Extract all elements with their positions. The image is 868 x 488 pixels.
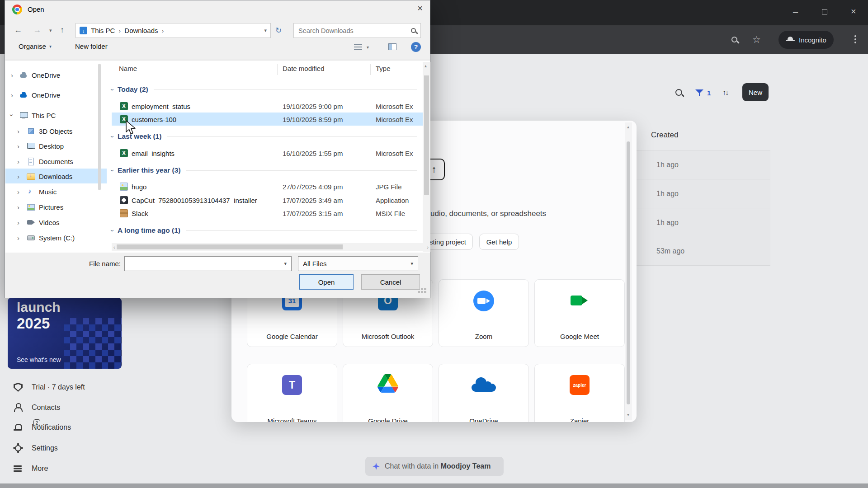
search-input[interactable] xyxy=(298,27,411,34)
view-dropdown-icon[interactable]: ▾ xyxy=(367,45,369,50)
tree-item-videos[interactable]: › Videos xyxy=(5,215,107,230)
column-header-date[interactable]: Date modified xyxy=(283,65,325,72)
app-search-button[interactable] xyxy=(675,89,682,97)
resize-grip[interactable] xyxy=(421,288,423,290)
sort-button[interactable]: ↑↓ xyxy=(722,89,728,97)
dialog-close-button[interactable]: × xyxy=(410,3,430,18)
tree-item-desktop[interactable]: › Desktop xyxy=(5,138,107,153)
promo-card[interactable]: launch 2025 See what's new xyxy=(8,298,122,369)
search-box[interactable] xyxy=(293,23,421,38)
tree-item-documents[interactable]: › Documents xyxy=(5,154,107,169)
expander-icon[interactable]: › xyxy=(17,203,19,211)
tree-item-3d-objects[interactable]: › 3D Objects xyxy=(5,123,107,138)
list-horizontal-thumb[interactable] xyxy=(117,244,343,249)
browser-find-button[interactable] xyxy=(731,36,737,44)
tree-item-pictures[interactable]: › Pictures xyxy=(5,199,107,214)
new-project-button[interactable]: New xyxy=(742,83,769,101)
expander-icon[interactable]: › xyxy=(17,157,19,165)
integration-tile-google-meet[interactable]: Google Meet xyxy=(534,279,625,347)
breadcrumb-dropdown-icon[interactable]: ▾ xyxy=(264,28,267,33)
window-maximize-button[interactable] xyxy=(822,9,827,14)
menu-item-notifications[interactable]: 2 Notifications xyxy=(14,421,71,434)
change-view-button[interactable] xyxy=(354,44,362,52)
get-help-button[interactable]: Get help xyxy=(479,234,519,250)
scroll-up-icon[interactable]: ▴ xyxy=(627,124,629,129)
forward-button[interactable]: → xyxy=(33,26,41,34)
column-header-type[interactable]: Type xyxy=(376,65,391,72)
file-row-capcut-installer[interactable]: CapCut_7528001053913104437_installer 17/… xyxy=(112,193,424,206)
expander-icon[interactable]: › xyxy=(8,114,16,116)
collapse-icon[interactable]: › xyxy=(109,136,117,138)
table-row[interactable]: 1h ago xyxy=(637,208,770,237)
tree-item-downloads[interactable]: › Downloads xyxy=(5,169,107,183)
integration-tile-google-drive[interactable]: Google Drive xyxy=(343,364,433,422)
tree-item-system-c[interactable]: › System (C:) xyxy=(5,230,107,245)
breadcrumb-this-pc[interactable]: This PC xyxy=(91,27,115,34)
breadcrumb-downloads[interactable]: Downloads xyxy=(124,27,158,34)
recent-locations-dropdown[interactable]: ▾ xyxy=(49,28,52,33)
file-name-combobox[interactable]: ▾ xyxy=(124,256,292,271)
tree-scrollbar[interactable] xyxy=(98,64,101,190)
chat-with-data-button[interactable]: Chat with data in Moodjoy Team xyxy=(365,457,504,476)
file-row-employment-status[interactable]: employment_status 19/10/2025 9:00 pm Mic… xyxy=(112,99,424,113)
group-header-last-week[interactable]: › Last week (1) xyxy=(112,130,424,143)
caret-down-icon[interactable]: ▾ xyxy=(410,261,413,267)
file-row-hugo[interactable]: hugo 27/07/2025 4:09 pm JPG File xyxy=(112,180,424,193)
expander-icon[interactable]: › xyxy=(17,188,19,195)
tree-item-this-pc[interactable]: › This PC xyxy=(5,108,107,122)
group-header-today[interactable]: › Today (2) xyxy=(112,83,424,96)
expander-icon[interactable]: › xyxy=(17,127,19,135)
scroll-down-icon[interactable]: ▾ xyxy=(627,412,629,417)
integration-tile-zoom[interactable]: Zoom xyxy=(439,279,529,347)
column-header-name[interactable]: Name xyxy=(119,65,137,72)
table-row[interactable]: 53m ago xyxy=(637,237,770,266)
integration-tile-onedrive[interactable]: OneDrive xyxy=(439,364,529,422)
scroll-up-icon[interactable]: ▴ xyxy=(425,63,427,68)
menu-item-more[interactable]: More xyxy=(14,462,48,475)
help-button[interactable] xyxy=(411,42,421,53)
new-folder-button[interactable]: New folder xyxy=(75,42,108,50)
tree-item-onedrive-personal[interactable]: › OneDrive xyxy=(5,67,107,82)
expander-icon[interactable]: › xyxy=(11,91,13,99)
expander-icon[interactable]: › xyxy=(11,71,13,79)
file-type-select[interactable]: All Files ▾ xyxy=(298,256,418,271)
menu-item-contacts[interactable]: Contacts xyxy=(14,401,60,414)
expander-icon[interactable]: › xyxy=(17,172,19,180)
integration-tile-zapier[interactable]: Zapier xyxy=(534,364,625,422)
modal-scrollbar-thumb[interactable] xyxy=(627,141,630,404)
collapse-icon[interactable]: › xyxy=(109,230,117,232)
file-row-email-insights[interactable]: email_insights 16/10/2025 1:55 pm Micros… xyxy=(112,146,424,160)
integration-tile-microsoft-teams[interactable]: Microsoft Teams xyxy=(247,364,337,422)
browser-menu-button[interactable] xyxy=(854,35,856,37)
bookmark-star-button[interactable]: ☆ xyxy=(752,34,761,45)
file-name-input[interactable] xyxy=(129,260,284,267)
scroll-right-icon[interactable]: › xyxy=(427,244,429,250)
window-minimize-button[interactable]: – xyxy=(793,7,798,16)
menu-item-settings[interactable]: Settings xyxy=(14,441,58,455)
collapse-icon[interactable]: › xyxy=(109,169,117,172)
scroll-left-icon[interactable]: ‹ xyxy=(113,244,115,250)
tree-item-music[interactable]: › Music xyxy=(5,184,107,199)
expander-icon[interactable]: › xyxy=(17,142,19,150)
breadcrumb[interactable]: This PC › Downloads › ▾ xyxy=(75,23,271,38)
organise-menu[interactable]: Organise ▾ xyxy=(19,42,52,50)
refresh-button[interactable]: ↻ xyxy=(275,26,282,35)
cancel-button[interactable]: Cancel xyxy=(361,274,420,290)
preview-pane-button[interactable] xyxy=(388,43,396,52)
expander-icon[interactable]: › xyxy=(17,218,19,226)
group-header-earlier-this-year[interactable]: › Earlier this year (3) xyxy=(112,164,424,177)
caret-down-icon[interactable]: ▾ xyxy=(284,261,287,267)
group-header-long-time-ago[interactable]: › A long time ago (1) xyxy=(112,224,424,237)
file-row-slack[interactable]: Slack 17/07/2025 3:15 am MSIX File xyxy=(112,206,424,220)
file-row-customers-100[interactable]: customers-100 19/10/2025 8:59 pm Microso… xyxy=(112,113,424,126)
collapse-icon[interactable]: › xyxy=(109,89,117,91)
filter-button[interactable] xyxy=(695,89,703,98)
menu-item-trial[interactable]: Trial · 7 days left xyxy=(14,380,85,394)
open-button[interactable]: Open xyxy=(299,274,354,290)
back-button[interactable]: ← xyxy=(14,26,22,34)
window-close-button[interactable]: × xyxy=(851,7,856,16)
table-row[interactable]: 1h ago xyxy=(637,150,770,179)
promo-link[interactable]: See what's new xyxy=(17,356,61,363)
tree-item-onedrive[interactable]: › OneDrive xyxy=(5,87,107,102)
list-vertical-thumb[interactable] xyxy=(424,75,429,195)
